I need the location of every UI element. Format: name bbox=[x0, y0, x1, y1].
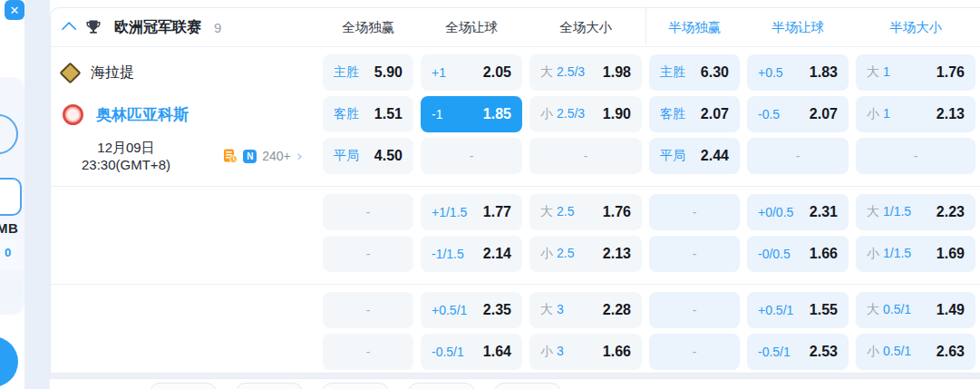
odds-cell-selected[interactable]: -11.85 bbox=[421, 96, 522, 132]
page-background-strip bbox=[24, 0, 50, 389]
odds-cell[interactable]: 小0.5/12.63 bbox=[856, 334, 975, 370]
column-header-5: 半场让球 bbox=[747, 19, 849, 36]
close-icon[interactable]: ✕ bbox=[5, 0, 24, 20]
column-header-3: 全场大小 bbox=[529, 19, 642, 36]
info-column-spacer bbox=[51, 194, 315, 230]
sidebar-currency-label: MB bbox=[0, 220, 18, 236]
home-team-name: 海拉提 bbox=[91, 63, 134, 83]
next-section-card bbox=[50, 378, 980, 389]
match-meta-row: 12月09日 23:30(GMT+8) N 240+ › bbox=[51, 138, 315, 174]
odds-cell[interactable]: +12.05 bbox=[421, 54, 522, 91]
extra-markets-count: 240+ bbox=[262, 149, 291, 163]
odds-cell[interactable]: 小31.66 bbox=[529, 334, 642, 370]
sidebar-balance-value: 0 bbox=[5, 246, 11, 259]
market-tab-pill[interactable] bbox=[150, 383, 217, 389]
odds-cell[interactable]: +0.51.83 bbox=[747, 54, 849, 91]
odds-cell[interactable]: -0.5/12.53 bbox=[747, 334, 849, 370]
odds-cell[interactable]: 主胜5.90 bbox=[323, 54, 413, 91]
league-odds-card: 欧洲冠军联赛 9 全场独赢全场让球全场大小半场独赢半场让球半场大小 海拉提 奥林… bbox=[50, 7, 980, 374]
empty-odds-cell: - bbox=[323, 334, 413, 370]
empty-odds-cell: - bbox=[421, 138, 522, 174]
floating-action-button[interactable] bbox=[0, 336, 18, 387]
empty-odds-cell: - bbox=[856, 138, 975, 174]
column-header-6: 半场大小 bbox=[856, 19, 975, 36]
odds-history-icon bbox=[223, 149, 238, 163]
league-title: 欧洲冠军联赛 bbox=[114, 18, 201, 37]
alt-handicap-group-2: -+0.5/12.35大32.28-+0.5/11.55大0.5/11.49--… bbox=[51, 285, 980, 382]
sidebar-box bbox=[0, 277, 22, 301]
empty-odds-cell: - bbox=[649, 292, 740, 328]
odds-cell[interactable]: +1/1.51.77 bbox=[421, 194, 522, 230]
header-section-divider bbox=[645, 8, 646, 45]
chevron-right-icon[interactable]: › bbox=[296, 150, 303, 162]
empty-odds-cell: - bbox=[649, 236, 740, 272]
info-column-spacer bbox=[51, 236, 315, 272]
empty-odds-cell: - bbox=[649, 334, 740, 370]
odds-cell[interactable]: -1/1.52.14 bbox=[421, 236, 522, 272]
market-tab-pill[interactable] bbox=[494, 383, 561, 389]
league-match-count: 9 bbox=[214, 20, 221, 35]
column-header-2: 全场让球 bbox=[421, 19, 522, 36]
match-date: 12月09日 bbox=[58, 139, 194, 156]
home-team-badge-icon bbox=[59, 62, 81, 83]
main-odds-group: 海拉提 奥林匹亚科斯 12月09日 23:30(GMT+8) N bbox=[51, 47, 980, 186]
odds-cell[interactable]: 主胜6.30 bbox=[649, 54, 740, 91]
odds-cell[interactable]: +0/0.52.31 bbox=[747, 194, 849, 230]
market-tab-pill[interactable] bbox=[236, 383, 303, 389]
empty-odds-cell: - bbox=[323, 194, 413, 230]
match-extra-icons[interactable]: N 240+ › bbox=[223, 149, 303, 163]
empty-odds-cell: - bbox=[747, 138, 849, 174]
away-team-row[interactable]: 奥林匹亚科斯 bbox=[51, 96, 315, 132]
odds-cell[interactable]: 大0.5/11.49 bbox=[856, 292, 975, 328]
live-n-badge: N bbox=[243, 150, 257, 163]
odds-cell[interactable]: -0/0.51.66 bbox=[747, 236, 849, 272]
empty-odds-cell: - bbox=[323, 236, 413, 272]
away-team-name: 奥林匹亚科斯 bbox=[96, 104, 189, 125]
alt-handicap-group: -+1/1.51.77大2.51.76-+0/0.52.31大1/1.52.23… bbox=[51, 187, 980, 284]
card-header: 欧洲冠军联赛 9 全场独赢全场让球全场大小半场独赢半场让球半场大小 bbox=[51, 8, 980, 47]
odds-cell[interactable]: 平局4.50 bbox=[323, 138, 413, 174]
odds-cell[interactable]: 小2.52.13 bbox=[529, 236, 642, 272]
empty-odds-cell: - bbox=[323, 292, 413, 328]
odds-cell[interactable]: 小2.5/31.90 bbox=[529, 96, 642, 132]
match-time: 23:30(GMT+8) bbox=[58, 156, 194, 173]
match-datetime: 12月09日 23:30(GMT+8) bbox=[58, 139, 194, 173]
info-column-spacer bbox=[51, 334, 315, 370]
odds-cell[interactable]: -0.52.07 bbox=[747, 96, 849, 132]
market-tab-pill[interactable] bbox=[322, 383, 389, 389]
odds-cell[interactable]: 小12.13 bbox=[856, 96, 975, 132]
sidebar-outlined-button[interactable] bbox=[0, 178, 22, 216]
away-team-badge-icon bbox=[63, 104, 83, 125]
odds-cell[interactable]: 大1/1.52.23 bbox=[856, 194, 975, 230]
odds-cell[interactable]: 平局2.44 bbox=[649, 138, 740, 174]
odds-cell[interactable]: 小1/1.51.69 bbox=[856, 236, 975, 272]
odds-cell[interactable]: 大11.76 bbox=[856, 54, 975, 91]
odds-cell[interactable]: 客胜1.51 bbox=[323, 96, 413, 132]
odds-cell[interactable]: +0.5/11.55 bbox=[747, 292, 849, 328]
market-tab-pill[interactable] bbox=[408, 383, 475, 389]
column-header-4: 半场独赢 bbox=[649, 19, 740, 36]
league-header-left: 欧洲冠军联赛 9 bbox=[51, 18, 315, 37]
trophy-icon bbox=[85, 19, 102, 35]
collapse-chevron-icon[interactable] bbox=[62, 22, 77, 37]
info-column-spacer bbox=[51, 292, 315, 328]
odds-cell[interactable]: -0.5/11.64 bbox=[421, 334, 522, 370]
odds-cell[interactable]: 大32.28 bbox=[529, 292, 642, 328]
sidebar-balance-row bbox=[0, 239, 24, 270]
odds-cell[interactable]: 大2.5/31.98 bbox=[529, 54, 642, 91]
empty-odds-cell: - bbox=[649, 194, 740, 230]
column-header-1: 全场独赢 bbox=[323, 19, 413, 36]
odds-cell[interactable]: 客胜2.07 bbox=[649, 96, 740, 132]
odds-cell[interactable]: +0.5/12.35 bbox=[421, 292, 522, 328]
home-team-row[interactable]: 海拉提 bbox=[51, 54, 315, 91]
empty-odds-cell: - bbox=[529, 138, 642, 174]
odds-cell[interactable]: 大2.51.76 bbox=[529, 194, 642, 230]
